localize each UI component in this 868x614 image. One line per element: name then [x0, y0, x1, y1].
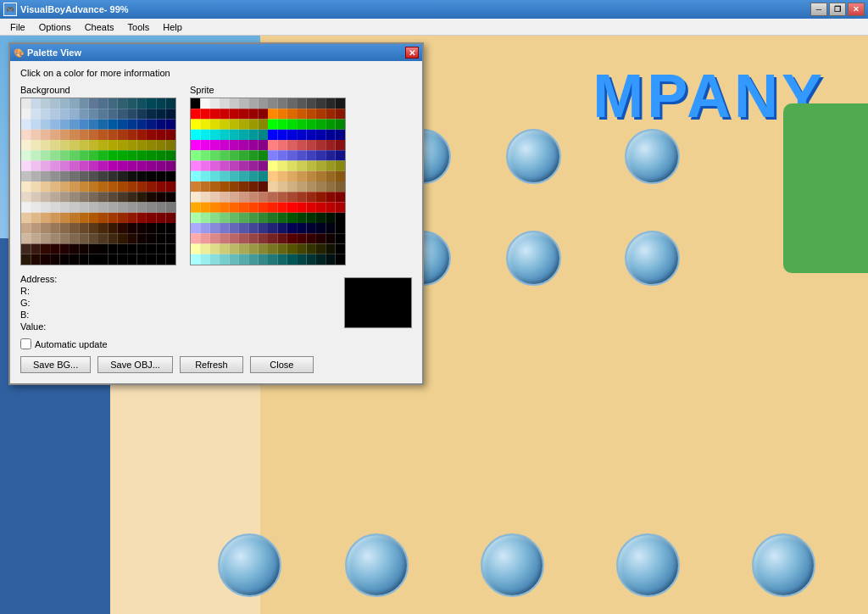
bg-palette-section: Background [20, 85, 176, 265]
menu-help[interactable]: Help [156, 20, 189, 34]
auto-update-checkbox[interactable] [20, 338, 31, 349]
auto-update-row: Automatic update [20, 338, 412, 349]
menubar: File Options Cheats Tools Help [0, 19, 868, 36]
info-section: Address: R: G: B: Value: [20, 274, 412, 333]
circle-3-4 [616, 533, 680, 597]
save-obj-button[interactable]: Save OBJ... [97, 356, 173, 373]
g-row: G: [20, 298, 322, 308]
app-title: VisualBoyAdvance- 99% [20, 4, 129, 14]
palettes-container: Background Sprite [20, 85, 412, 265]
address-row: Address: [20, 274, 322, 284]
info-fields: Address: R: G: B: Value: [20, 274, 322, 333]
dialog-hint: Click on a color for more information [20, 68, 412, 78]
circle-3-1 [218, 533, 281, 597]
circle-1-3 [506, 129, 561, 184]
circle-2-3 [506, 231, 561, 286]
value-label: Value: [20, 321, 46, 332]
b-row: B: [20, 310, 322, 320]
circle-3-3 [481, 533, 544, 597]
dialog-title: Palette View [27, 47, 81, 58]
b-label: B: [20, 310, 29, 320]
menu-tools[interactable]: Tools [121, 20, 157, 34]
r-row: R: [20, 286, 322, 296]
bg-palette-canvas[interactable] [20, 98, 176, 265]
dialog-close-icon[interactable]: ✕ [405, 47, 419, 59]
titlebar-left: 🎮 VisualBoyAdvance- 99% [3, 3, 129, 16]
g-label: G: [20, 298, 31, 308]
auto-update-label: Automatic update [35, 339, 108, 349]
restore-button[interactable]: ❐ [829, 3, 846, 16]
green-structure [783, 103, 868, 273]
close-button[interactable]: Close [250, 356, 314, 373]
palette-view-dialog: 🎨 Palette View ✕ Click on a color for mo… [8, 42, 424, 385]
circle-3-2 [345, 533, 409, 597]
dialog-content: Click on a color for more information Ba… [10, 61, 422, 383]
menu-cheats[interactable]: Cheats [78, 20, 121, 34]
address-label: Address: [20, 274, 57, 284]
circle-1-4 [625, 129, 680, 184]
sprite-palette-label: Sprite [190, 85, 346, 95]
dialog-icon: 🎨 [14, 48, 24, 58]
app-icon: 🎮 [3, 3, 17, 16]
minimize-button[interactable]: ─ [810, 3, 827, 16]
titlebar-controls: ─ ❐ ✕ [810, 3, 865, 16]
sprite-palette-canvas[interactable] [190, 98, 346, 265]
menu-options[interactable]: Options [32, 20, 78, 34]
sprite-palette-section: Sprite [190, 85, 346, 265]
color-preview [344, 277, 412, 328]
menu-file[interactable]: File [3, 20, 32, 34]
refresh-button[interactable]: Refresh [180, 356, 243, 373]
dialog-buttons: Save BG... Save OBJ... Refresh Close [20, 356, 412, 373]
dialog-titlebar: 🎨 Palette View ✕ [10, 44, 422, 61]
close-app-button[interactable]: ✕ [848, 3, 865, 16]
r-label: R: [20, 286, 30, 296]
bg-palette-label: Background [20, 85, 176, 95]
circle-2-4 [625, 231, 680, 286]
titlebar: 🎮 VisualBoyAdvance- 99% ─ ❐ ✕ [0, 0, 868, 19]
value-row: Value: [20, 321, 322, 332]
save-bg-button[interactable]: Save BG... [20, 356, 91, 373]
circle-3-5 [752, 533, 815, 597]
